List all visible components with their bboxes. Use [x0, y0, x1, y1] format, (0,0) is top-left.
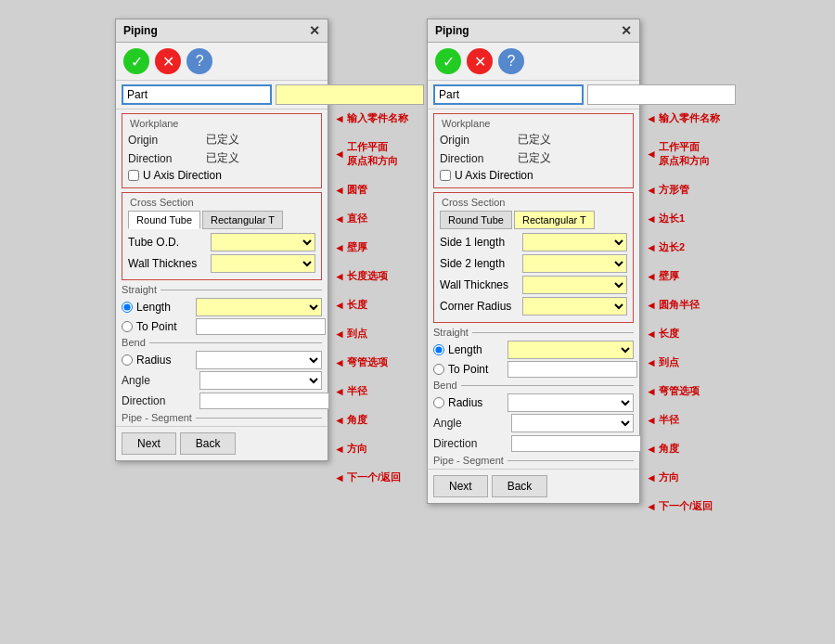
radius-select-2[interactable] — [507, 393, 634, 412]
origin-row-1: Origin 已定义 — [128, 132, 315, 148]
ann-rect-tube-2: ◄ 方形管 — [646, 183, 720, 197]
workplane-label-1: Workplane — [128, 118, 315, 129]
ann-text-diameter-1: 直径 — [347, 212, 367, 225]
arrow-21: ◄ — [646, 328, 657, 341]
arrow-3: ◄ — [334, 184, 345, 197]
arrow-2: ◄ — [334, 148, 345, 161]
bottom-bar-2: Next Back — [428, 469, 639, 503]
confirm-button-2[interactable]: ✓ — [435, 48, 461, 74]
part-name-yellow-2[interactable] — [587, 84, 736, 105]
tube-od-select-1[interactable] — [211, 233, 315, 251]
workplane-label-2: Workplane — [440, 118, 627, 129]
length-select-1[interactable] — [196, 298, 322, 316]
ann-bend-opt-1: ◄ 弯管选项 — [334, 355, 408, 369]
arrow-18: ◄ — [646, 241, 657, 254]
radius-select-1[interactable] — [196, 351, 322, 369]
part-name-yellow-1[interactable] — [276, 84, 424, 105]
tube-od-row-1: Tube O.D. — [128, 233, 315, 251]
ann-workplane-2: ◄ 工作平面 原点和方向 — [646, 140, 720, 168]
arrow-8: ◄ — [334, 328, 345, 341]
ann-text-corner-2: 圆角半径 — [659, 298, 700, 312]
back-button-2[interactable]: Back — [492, 475, 548, 497]
pipe-segment-section-2: Pipe - Segment — [433, 455, 634, 466]
workplane-section-2: Workplane Origin 已定义 Direction 已定义 U Axi… — [433, 113, 634, 188]
angle-select-2[interactable] — [511, 414, 634, 432]
angle-select-1[interactable] — [199, 371, 322, 390]
back-button-1[interactable]: Back — [180, 432, 237, 455]
part-input-1[interactable] — [122, 84, 272, 105]
arrow-23: ◄ — [646, 385, 657, 398]
u-axis-label-2: U Axis Direction — [455, 169, 533, 182]
help-button-2[interactable]: ? — [498, 48, 524, 74]
ann-text-length-2: 长度 — [659, 327, 679, 341]
tab-rect-2[interactable]: Rectangular T — [514, 211, 595, 229]
to-point-radio-2[interactable] — [433, 364, 444, 375]
arrow-14: ◄ — [646, 112, 657, 125]
next-button-2[interactable]: Next — [433, 475, 488, 497]
close-icon-1[interactable]: ✕ — [309, 23, 320, 38]
help-button-1[interactable]: ? — [186, 48, 212, 74]
length-radio-2[interactable] — [433, 344, 444, 355]
ann-text-side1-2: 边长1 — [659, 212, 685, 225]
angle-row-1: Angle — [122, 371, 322, 390]
side2-select-2[interactable] — [522, 254, 627, 273]
u-axis-checkbox-1[interactable] — [128, 170, 139, 181]
ann-direction-2: ◄ 方向 — [646, 470, 720, 484]
straight-label-1: Straight — [122, 284, 322, 295]
ann-side1-2: ◄ 边长1 — [646, 212, 720, 225]
length-radio-1[interactable] — [122, 302, 133, 313]
ann-angle-1: ◄ 角度 — [334, 413, 408, 427]
radius-radio-1[interactable] — [122, 354, 133, 366]
ann-round-tube-1: ◄ 圆管 — [334, 183, 408, 197]
direction-input-1[interactable] — [199, 393, 329, 409]
toolbar-1: ✓ ✕ ? — [116, 43, 328, 81]
bottom-bar-1: Next Back — [116, 426, 328, 460]
side1-select-2[interactable] — [522, 233, 627, 251]
arrow-26: ◄ — [646, 471, 657, 484]
ann-wall-1: ◄ 壁厚 — [334, 240, 408, 254]
u-axis-row-1: U Axis Direction — [128, 169, 315, 182]
ann-text-side2-2: 边长2 — [659, 240, 685, 254]
to-point-radio-1[interactable] — [122, 321, 133, 332]
to-point-input-2[interactable] — [507, 361, 637, 378]
arrow-20: ◄ — [646, 299, 657, 312]
dialog-1-title: Piping ✕ — [116, 19, 328, 43]
length-select-2[interactable] — [507, 341, 634, 359]
direction-value-2: 已定义 — [518, 150, 551, 166]
corner-radius-select-2[interactable] — [522, 297, 627, 316]
wall-thickness-select-1[interactable] — [211, 254, 315, 273]
tab-round-1[interactable]: Round Tube — [128, 211, 200, 229]
part-input-2[interactable] — [433, 84, 584, 105]
to-point-input-1[interactable] — [196, 318, 326, 335]
cancel-button-1[interactable]: ✕ — [155, 48, 181, 74]
confirm-button-1[interactable]: ✓ — [123, 48, 149, 74]
arrow-16: ◄ — [646, 184, 657, 197]
toolbar-2: ✓ ✕ ? — [428, 43, 639, 81]
arrow-1: ◄ — [334, 112, 345, 125]
ann-direction-1: ◄ 方向 — [334, 442, 408, 456]
ann-bend-opt-2: ◄ 弯管选项 — [646, 384, 720, 398]
radius-radio-2[interactable] — [433, 397, 444, 408]
to-point-row-1: To Point — [122, 318, 322, 335]
ann-text-radius-1: 半径 — [347, 384, 367, 398]
direction-field-label-1: Direction — [122, 394, 196, 407]
side2-row-2: Side 2 length — [440, 254, 627, 273]
ann-length-2: ◄ 长度 — [646, 327, 720, 341]
tab-round-2[interactable]: Round Tube — [440, 211, 512, 229]
direction-input-2[interactable] — [511, 435, 641, 452]
wall-thickness-select-2[interactable] — [522, 276, 627, 294]
cancel-button-2[interactable]: ✕ — [467, 48, 493, 74]
arrow-17: ◄ — [646, 213, 657, 225]
radius-row-1: Radius — [122, 351, 322, 369]
pipe-segment-divider-2 — [507, 460, 634, 461]
arrow-7: ◄ — [334, 299, 345, 312]
close-icon-2[interactable]: ✕ — [621, 23, 632, 38]
ann-wall-2: ◄ 壁厚 — [646, 269, 720, 283]
next-button-1[interactable]: Next — [122, 432, 176, 455]
ann-diameter-1: ◄ 直径 — [334, 212, 408, 225]
u-axis-checkbox-2[interactable] — [440, 170, 451, 181]
direction-row-2: Direction 已定义 — [440, 150, 627, 166]
tab-rect-1[interactable]: Rectangular T — [202, 211, 283, 229]
straight-label-2: Straight — [433, 327, 634, 338]
ann-text-length-opt-1: 长度选项 — [347, 269, 388, 283]
